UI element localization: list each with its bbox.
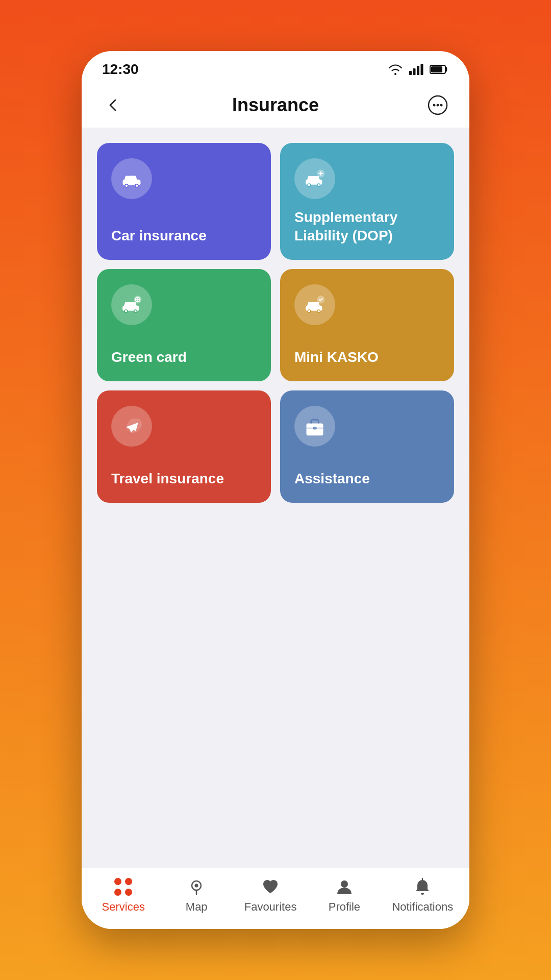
chat-icon [428, 95, 448, 115]
nav-map[interactable]: Map [171, 878, 222, 914]
cards-grid: Car insurance [97, 143, 454, 503]
nav-map-label: Map [186, 900, 208, 914]
map-icon [187, 878, 206, 896]
svg-point-35 [308, 310, 310, 312]
favourites-icon [261, 878, 280, 896]
nav-notifications[interactable]: Notifications [392, 878, 453, 914]
card-travel-label: Travel insurance [111, 470, 224, 488]
card-green-card[interactable]: Green card [97, 269, 271, 381]
card-travel[interactable]: Travel insurance [97, 390, 271, 503]
signal-icon [409, 64, 423, 75]
svg-rect-15 [129, 176, 135, 180]
svg-point-37 [318, 310, 320, 312]
svg-rect-3 [421, 64, 423, 75]
svg-point-14 [136, 184, 138, 187]
svg-point-18 [308, 184, 310, 186]
card-assistance[interactable]: Assistance [280, 390, 454, 503]
nav-services-label: Services [102, 900, 145, 914]
chat-button[interactable] [424, 92, 451, 118]
nav-services[interactable]: Services [98, 878, 149, 914]
car-insurance-icon-wrap [111, 158, 152, 199]
svg-point-12 [126, 184, 128, 187]
profile-icon [335, 878, 354, 896]
nav-profile[interactable]: Profile [319, 878, 370, 914]
header: Insurance [82, 83, 469, 128]
svg-point-26 [125, 310, 127, 312]
svg-rect-5 [431, 66, 442, 72]
status-time: 12:30 [102, 61, 139, 78]
card-car-insurance[interactable]: Car insurance [97, 143, 271, 260]
svg-rect-2 [417, 66, 419, 75]
svg-point-43 [195, 884, 198, 888]
mini-kasko-icon [304, 293, 326, 316]
assistance-icon [304, 415, 326, 437]
travel-icon-wrap [111, 406, 152, 447]
card-car-insurance-label: Car insurance [111, 227, 207, 245]
svg-point-8 [436, 104, 439, 107]
svg-rect-0 [409, 71, 412, 75]
svg-point-7 [433, 104, 435, 107]
back-arrow-icon [106, 98, 120, 112]
page-title: Insurance [232, 94, 319, 116]
battery-icon [430, 64, 449, 75]
card-assistance-label: Assistance [294, 470, 370, 488]
card-supplementary-label: Supplementary Liability (DOP) [294, 208, 440, 246]
card-mini-kasko-label: Mini KASKO [294, 348, 379, 366]
travel-icon [120, 415, 143, 437]
nav-favourites[interactable]: Favourites [244, 878, 297, 914]
svg-point-44 [341, 880, 348, 888]
card-supplementary[interactable]: Supplementary Liability (DOP) [280, 143, 454, 260]
svg-rect-41 [313, 427, 316, 430]
svg-point-9 [440, 104, 442, 107]
svg-rect-1 [413, 68, 416, 75]
main-content: Car insurance [82, 128, 469, 867]
mini-kasko-icon-wrap [294, 284, 335, 325]
svg-point-20 [318, 184, 320, 186]
card-green-card-label: Green card [111, 348, 187, 366]
bottom-nav: Services Map Favourites [82, 867, 469, 929]
wifi-icon [388, 64, 403, 75]
status-icons [388, 64, 449, 75]
card-mini-kasko[interactable]: Mini KASKO [280, 269, 454, 381]
svg-point-28 [135, 310, 137, 312]
phone-shell: 12:30 [82, 51, 469, 929]
nav-notifications-label: Notifications [392, 900, 453, 914]
nav-profile-label: Profile [329, 900, 360, 914]
car-insurance-icon [120, 167, 143, 190]
services-icon [114, 878, 133, 896]
nav-favourites-label: Favourites [244, 900, 297, 914]
supplementary-icon-wrap [294, 158, 335, 199]
assistance-icon-wrap [294, 406, 335, 447]
green-card-icon-wrap [111, 284, 152, 325]
back-button[interactable] [100, 92, 127, 118]
supplementary-icon [304, 167, 326, 190]
notifications-icon [413, 878, 432, 896]
status-bar: 12:30 [82, 51, 469, 83]
green-card-icon [120, 293, 143, 316]
